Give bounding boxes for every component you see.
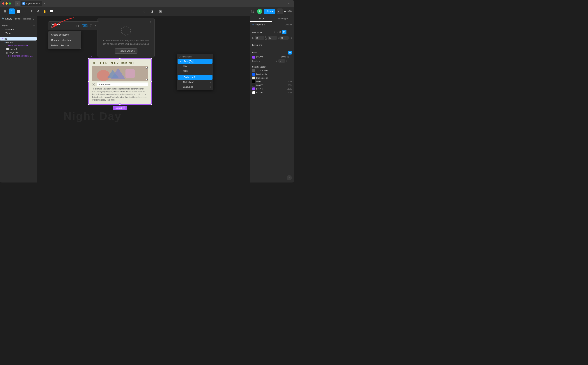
- color-swatch-txt[interactable]: [252, 69, 255, 72]
- add-page-button[interactable]: +: [33, 24, 35, 27]
- zoom-level[interactable]: 95%: [287, 10, 292, 13]
- stroke-layout-icon[interactable]: ⬚: [286, 59, 288, 63]
- al-down-icon[interactable]: ↓: [274, 31, 275, 34]
- al-layout-icon[interactable]: ⊞: [282, 30, 287, 34]
- color-swatch-black2[interactable]: [252, 84, 255, 87]
- color-swatch-purple[interactable]: [252, 87, 255, 91]
- al-expand-icon[interactable]: ⬚: [289, 36, 292, 39]
- tab-close-icon[interactable]: ×: [39, 2, 40, 5]
- prototype-tab[interactable]: Prototype: [272, 16, 294, 22]
- color-swatch-black1[interactable]: [252, 80, 255, 83]
- var-picker-day[interactable]: Day: [177, 64, 213, 69]
- al-padding2-input[interactable]: [280, 36, 289, 40]
- create-collection-item[interactable]: Create collection: [48, 32, 81, 37]
- add-variant-button[interactable]: +: [123, 106, 125, 109]
- grid-tool-button[interactable]: ⊞: [2, 8, 8, 14]
- layer-gear-button[interactable]: ⚙: [288, 51, 292, 55]
- fill-color-swatch[interactable]: [252, 56, 255, 59]
- color-swatch-border[interactable]: [252, 73, 255, 76]
- var-picker-collection2[interactable]: Collection 2 ›: [178, 75, 212, 80]
- delete-collection-item[interactable]: Delete collection: [48, 43, 81, 48]
- al-right-icon[interactable]: →: [276, 31, 278, 34]
- design-tab[interactable]: Design: [250, 16, 272, 22]
- property-name[interactable]: Property 1: [255, 23, 284, 26]
- al-refresh-icon[interactable]: ↺: [279, 31, 281, 34]
- layers-tab[interactable]: Layers: [5, 17, 12, 20]
- theme-icon[interactable]: ◑: [149, 8, 155, 14]
- assets-tab[interactable]: Assets: [14, 17, 21, 20]
- layer-item-image1[interactable]: ⬜ image 1: [0, 47, 37, 51]
- tab-label: roger-test-fil: [26, 2, 38, 5]
- page-item-testarea[interactable]: ✓ Test area: [0, 28, 37, 31]
- minimize-traffic-light[interactable]: [6, 2, 8, 5]
- create-variable-button[interactable]: + Create variable: [115, 49, 137, 54]
- auto-layout-section: Auto layout ↓ → ↺ ⊞ ··· − |↕|: [250, 28, 294, 42]
- resize-handle-ml[interactable]: [88, 81, 89, 82]
- code-view-button[interactable]: </>: [277, 8, 283, 14]
- resize-handle-br[interactable]: [150, 104, 152, 105]
- var-picker-collection1[interactable]: Collection 1 ›: [177, 80, 213, 84]
- resize-handle-mr[interactable]: [150, 81, 152, 82]
- close-traffic-light[interactable]: [2, 2, 4, 5]
- layer-item-forexample[interactable]: T For example, you can: Create design to…: [0, 54, 37, 57]
- frame-tool-button[interactable]: ⬜: [15, 8, 21, 14]
- active-tab[interactable]: F roger-test-fil ×: [21, 1, 42, 6]
- property-value[interactable]: Default: [285, 23, 292, 26]
- text-tool-button[interactable]: T: [29, 8, 34, 14]
- stroke-width-input[interactable]: [278, 59, 285, 63]
- close-panel-button[interactable]: ×: [95, 24, 96, 27]
- select-tool-button[interactable]: ↖: [9, 8, 15, 14]
- layer-row: Layer ⚙: [252, 51, 292, 55]
- panel-chevron-icon[interactable]: ⌄: [33, 17, 35, 20]
- al-more-icon[interactable]: ···: [287, 31, 289, 34]
- shape-tool-button[interactable]: ◇: [22, 8, 28, 14]
- hand-tool-button[interactable]: ✋: [42, 8, 48, 14]
- color-swatch-white[interactable]: [252, 91, 255, 94]
- resize-handle-tm[interactable]: [119, 58, 121, 59]
- help-button[interactable]: ?: [287, 175, 292, 180]
- al-padding-input[interactable]: [268, 36, 277, 40]
- var-picker-night[interactable]: Night: [177, 69, 213, 73]
- share-button[interactable]: Share: [264, 9, 275, 14]
- layer-item-box[interactable]: ❖ Box: [0, 37, 37, 41]
- resize-handle-bl[interactable]: [88, 104, 89, 105]
- layer-item-default[interactable]: ◇ Default: [0, 41, 37, 44]
- tab-add-button[interactable]: +: [43, 2, 45, 5]
- layout-toggle-button[interactable]: ⊟: [76, 24, 79, 28]
- al-spacing-input[interactable]: [255, 36, 264, 40]
- layer-item-overskrift[interactable]: T Dette er en overskrift: [0, 44, 37, 47]
- color-swatch-bg[interactable]: [252, 77, 255, 79]
- var-picker-language[interactable]: Language ›: [177, 84, 213, 89]
- home-button[interactable]: ⌂: [15, 1, 20, 6]
- maximize-traffic-light[interactable]: [9, 2, 11, 5]
- rename-collection-item[interactable]: Rename collection: [48, 37, 81, 43]
- collection-header[interactable]: Collection 1 ⌄ ⊟ Beta ℹ ×: [48, 21, 99, 30]
- image-icon: ⬜: [6, 48, 9, 50]
- play-button[interactable]: ▶: [284, 10, 286, 13]
- canvas-box[interactable]: Box DETTE ER EN OVERSKRIFT: [88, 58, 152, 105]
- audio-icon[interactable]: 🎧: [250, 8, 256, 14]
- al-minus-icon[interactable]: −: [290, 30, 292, 34]
- var-picker-auto-day[interactable]: ✓ Auto (Day): [178, 59, 212, 64]
- al-spacing-icon: |↕|: [252, 37, 254, 39]
- component-icon[interactable]: ▣: [157, 8, 163, 14]
- titlebar-menu-icon[interactable]: ···: [288, 2, 292, 5]
- fill-remove-button[interactable]: −: [290, 56, 292, 59]
- add-grid-button[interactable]: +: [290, 43, 292, 47]
- language-label: Language: [183, 86, 209, 88]
- resize-handle-bm[interactable]: [119, 104, 121, 105]
- fill-visibility-toggle[interactable]: 👁: [287, 56, 289, 58]
- transform-icon[interactable]: ◇: [141, 8, 147, 14]
- layer-item-imageinfo[interactable]: ||| image-info: [0, 51, 37, 54]
- page-item-temp[interactable]: Temp: [0, 31, 37, 35]
- fill-opacity-label[interactable]: 100%: [281, 56, 286, 58]
- variant-badge[interactable]: 1 Variant +: [113, 106, 127, 110]
- component-tool-button[interactable]: ❖: [35, 8, 41, 14]
- comment-tool-button[interactable]: 💬: [48, 8, 55, 14]
- stroke-more-icon[interactable]: ···: [290, 59, 292, 63]
- resize-handle-tl[interactable]: [88, 58, 89, 59]
- fill-hex-label[interactable]: 9747FF: [256, 56, 280, 58]
- resize-handle-tr[interactable]: [150, 58, 152, 59]
- sel-color-row-6: FFFFFF 100%: [252, 91, 292, 94]
- pages-title: Pages: [2, 24, 8, 27]
